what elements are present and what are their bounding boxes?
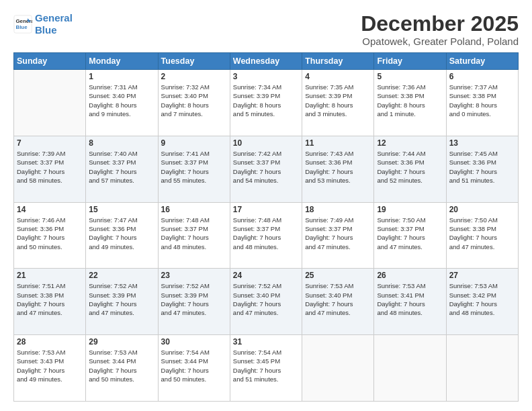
calendar-header-saturday: Saturday: [446, 53, 518, 70]
day-number: 2: [161, 72, 227, 81]
day-info: Sunrise: 7:37 AMSunset: 3:38 PMDaylight:…: [449, 83, 515, 118]
generalblue-logo-icon: General Blue: [13, 15, 32, 34]
calendar-day-cell: [446, 335, 518, 402]
calendar-table: SundayMondayTuesdayWednesdayThursdayFrid…: [13, 52, 519, 402]
day-info: Sunrise: 7:47 AMSunset: 3:36 PMDaylight:…: [89, 216, 154, 251]
day-info: Sunrise: 7:53 AMSunset: 3:44 PMDaylight:…: [89, 348, 154, 383]
calendar-day-cell: 20Sunrise: 7:50 AMSunset: 3:38 PMDayligh…: [446, 202, 518, 269]
calendar-day-cell: 27Sunrise: 7:53 AMSunset: 3:42 PMDayligh…: [446, 269, 518, 335]
day-number: 11: [305, 138, 371, 148]
calendar-day-cell: 12Sunrise: 7:44 AMSunset: 3:36 PMDayligh…: [374, 136, 446, 202]
calendar-day-cell: [302, 335, 374, 402]
calendar-day-cell: 6Sunrise: 7:37 AMSunset: 3:38 PMDaylight…: [446, 70, 518, 136]
day-info: Sunrise: 7:51 AMSunset: 3:38 PMDaylight:…: [17, 281, 83, 317]
calendar-header-monday: Monday: [86, 53, 158, 70]
logo-text: GeneralBlue: [35, 12, 73, 36]
logo: General Blue GeneralBlue: [13, 12, 73, 36]
day-number: 22: [89, 271, 154, 280]
calendar-day-cell: 15Sunrise: 7:47 AMSunset: 3:36 PMDayligh…: [86, 202, 158, 269]
calendar-day-cell: 18Sunrise: 7:49 AMSunset: 3:37 PMDayligh…: [302, 202, 374, 269]
day-info: Sunrise: 7:52 AMSunset: 3:40 PMDaylight:…: [233, 281, 299, 317]
day-number: 3: [233, 72, 299, 81]
day-number: 29: [89, 337, 154, 347]
day-info: Sunrise: 7:45 AMSunset: 3:36 PMDaylight:…: [449, 149, 515, 185]
calendar-day-cell: 5Sunrise: 7:36 AMSunset: 3:38 PMDaylight…: [374, 70, 446, 136]
calendar-day-cell: 8Sunrise: 7:40 AMSunset: 3:37 PMDaylight…: [86, 136, 158, 202]
day-number: 26: [377, 271, 443, 280]
header: General Blue GeneralBlue December 2025 O…: [13, 12, 519, 47]
day-number: 20: [449, 205, 515, 214]
day-info: Sunrise: 7:52 AMSunset: 3:39 PMDaylight:…: [89, 281, 154, 317]
day-info: Sunrise: 7:40 AMSunset: 3:37 PMDaylight:…: [89, 149, 154, 185]
svg-text:Blue: Blue: [16, 24, 28, 30]
calendar-day-cell: 24Sunrise: 7:52 AMSunset: 3:40 PMDayligh…: [230, 269, 302, 335]
day-info: Sunrise: 7:36 AMSunset: 3:38 PMDaylight:…: [377, 83, 443, 118]
calendar-day-cell: 22Sunrise: 7:52 AMSunset: 3:39 PMDayligh…: [86, 269, 158, 335]
day-number: 24: [233, 271, 299, 280]
day-info: Sunrise: 7:41 AMSunset: 3:37 PMDaylight:…: [161, 149, 227, 185]
day-info: Sunrise: 7:50 AMSunset: 3:38 PMDaylight:…: [449, 216, 515, 251]
calendar-day-cell: 2Sunrise: 7:32 AMSunset: 3:40 PMDaylight…: [158, 70, 230, 136]
day-number: 5: [377, 72, 443, 81]
calendar-day-cell: 30Sunrise: 7:54 AMSunset: 3:44 PMDayligh…: [158, 335, 230, 402]
day-info: Sunrise: 7:44 AMSunset: 3:36 PMDaylight:…: [377, 149, 443, 185]
calendar-day-cell: 23Sunrise: 7:52 AMSunset: 3:39 PMDayligh…: [158, 269, 230, 335]
day-number: 9: [161, 138, 227, 148]
day-info: Sunrise: 7:49 AMSunset: 3:37 PMDaylight:…: [305, 216, 371, 251]
calendar-header-tuesday: Tuesday: [158, 53, 230, 70]
day-number: 8: [89, 138, 154, 148]
day-number: 25: [305, 271, 371, 280]
month-title: December 2025: [361, 12, 519, 36]
day-number: 19: [377, 205, 443, 214]
day-info: Sunrise: 7:32 AMSunset: 3:40 PMDaylight:…: [161, 83, 227, 118]
calendar-day-cell: 26Sunrise: 7:53 AMSunset: 3:41 PMDayligh…: [374, 269, 446, 335]
day-number: 14: [17, 205, 83, 214]
calendar-header-wednesday: Wednesday: [230, 53, 302, 70]
calendar-header-friday: Friday: [374, 53, 446, 70]
title-block: December 2025 Opatowek, Greater Poland, …: [361, 12, 519, 47]
calendar-day-cell: 16Sunrise: 7:48 AMSunset: 3:37 PMDayligh…: [158, 202, 230, 269]
day-info: Sunrise: 7:53 AMSunset: 3:40 PMDaylight:…: [305, 281, 371, 317]
day-info: Sunrise: 7:54 AMSunset: 3:44 PMDaylight:…: [161, 348, 227, 383]
day-number: 6: [449, 72, 515, 81]
day-info: Sunrise: 7:53 AMSunset: 3:43 PMDaylight:…: [17, 348, 83, 383]
calendar-day-cell: 10Sunrise: 7:42 AMSunset: 3:37 PMDayligh…: [230, 136, 302, 202]
day-info: Sunrise: 7:53 AMSunset: 3:42 PMDaylight:…: [449, 281, 515, 317]
day-number: 13: [449, 138, 515, 148]
day-number: 30: [161, 337, 227, 347]
day-info: Sunrise: 7:52 AMSunset: 3:39 PMDaylight:…: [161, 281, 227, 317]
calendar-day-cell: 9Sunrise: 7:41 AMSunset: 3:37 PMDaylight…: [158, 136, 230, 202]
calendar-header-sunday: Sunday: [14, 53, 86, 70]
calendar-week-row: 1Sunrise: 7:31 AMSunset: 3:40 PMDaylight…: [14, 70, 519, 136]
calendar-day-cell: 13Sunrise: 7:45 AMSunset: 3:36 PMDayligh…: [446, 136, 518, 202]
day-number: 4: [305, 72, 371, 81]
day-number: 27: [449, 271, 515, 280]
calendar-week-row: 21Sunrise: 7:51 AMSunset: 3:38 PMDayligh…: [14, 269, 519, 335]
day-info: Sunrise: 7:54 AMSunset: 3:45 PMDaylight:…: [233, 348, 299, 383]
day-info: Sunrise: 7:43 AMSunset: 3:36 PMDaylight:…: [305, 149, 371, 185]
calendar-day-cell: 4Sunrise: 7:35 AMSunset: 3:39 PMDaylight…: [302, 70, 374, 136]
calendar-day-cell: 17Sunrise: 7:48 AMSunset: 3:37 PMDayligh…: [230, 202, 302, 269]
day-info: Sunrise: 7:53 AMSunset: 3:41 PMDaylight:…: [377, 281, 443, 317]
day-info: Sunrise: 7:31 AMSunset: 3:40 PMDaylight:…: [89, 83, 154, 118]
day-number: 18: [305, 205, 371, 214]
day-info: Sunrise: 7:34 AMSunset: 3:39 PMDaylight:…: [233, 83, 299, 118]
day-number: 7: [17, 138, 83, 148]
day-number: 31: [233, 337, 299, 347]
calendar-day-cell: 28Sunrise: 7:53 AMSunset: 3:43 PMDayligh…: [14, 335, 86, 402]
day-number: 17: [233, 205, 299, 214]
calendar-day-cell: [14, 70, 86, 136]
calendar-day-cell: 31Sunrise: 7:54 AMSunset: 3:45 PMDayligh…: [230, 335, 302, 402]
calendar-day-cell: [374, 335, 446, 402]
day-info: Sunrise: 7:50 AMSunset: 3:37 PMDaylight:…: [377, 216, 443, 251]
calendar-day-cell: 29Sunrise: 7:53 AMSunset: 3:44 PMDayligh…: [86, 335, 158, 402]
page: General Blue GeneralBlue December 2025 O…: [0, 0, 532, 411]
day-number: 10: [233, 138, 299, 148]
day-number: 23: [161, 271, 227, 280]
day-number: 1: [89, 72, 154, 81]
calendar-day-cell: 11Sunrise: 7:43 AMSunset: 3:36 PMDayligh…: [302, 136, 374, 202]
calendar-day-cell: 25Sunrise: 7:53 AMSunset: 3:40 PMDayligh…: [302, 269, 374, 335]
day-info: Sunrise: 7:48 AMSunset: 3:37 PMDaylight:…: [233, 216, 299, 251]
calendar-week-row: 14Sunrise: 7:46 AMSunset: 3:36 PMDayligh…: [14, 202, 519, 269]
day-info: Sunrise: 7:48 AMSunset: 3:37 PMDaylight:…: [161, 216, 227, 251]
